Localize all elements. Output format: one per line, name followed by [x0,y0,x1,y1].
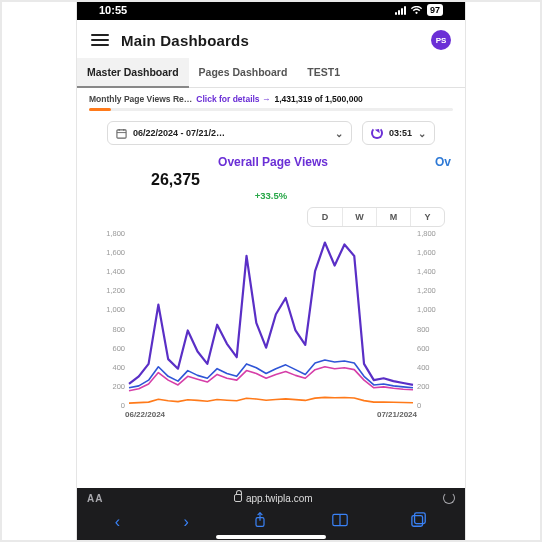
svg-text:200: 200 [417,382,430,391]
line-chart: 002002004004006006008008001,0001,0001,20… [91,229,451,419]
svg-text:1,200: 1,200 [106,286,125,295]
date-range-picker[interactable]: 06/22/2024 - 07/21/2… ⌄ [107,121,352,145]
svg-text:200: 200 [112,382,125,391]
period-day[interactable]: D [308,208,342,226]
home-indicator[interactable] [216,535,326,539]
nav-back-button[interactable]: ‹ [115,514,120,530]
svg-text:400: 400 [417,363,430,372]
refresh-control[interactable]: 03:51 ⌄ [362,121,435,145]
svg-text:1,200: 1,200 [417,286,436,295]
svg-text:1,600: 1,600 [106,248,125,257]
lock-icon [234,494,242,502]
svg-text:1,400: 1,400 [417,267,436,276]
svg-text:600: 600 [112,344,125,353]
quota-row[interactable]: Monthly Page Views Re… Click for details… [77,88,465,108]
tab-test1[interactable]: TEST1 [297,58,350,87]
battery-icon: 97 [427,4,443,16]
calendar-icon [116,128,127,139]
svg-text:800: 800 [417,325,430,334]
tab-pages-dashboard[interactable]: Pages Dashboard [189,58,298,87]
quota-progress [89,108,453,111]
svg-text:1,800: 1,800 [106,229,125,238]
chevron-down-icon: ⌄ [418,128,426,139]
url-domain: app.twipla.com [246,493,313,504]
svg-text:0: 0 [121,401,125,410]
svg-text:1,600: 1,600 [417,248,436,257]
refresh-time: 03:51 [389,128,412,138]
svg-text:1,000: 1,000 [106,305,125,314]
ios-status-bar: 10:55 97 [77,0,465,20]
svg-text:800: 800 [112,325,125,334]
svg-rect-0 [117,129,126,137]
text-size-button[interactable]: AA [87,493,103,504]
menu-icon[interactable] [91,31,109,49]
delta-value: +33.5% [91,190,451,201]
period-week[interactable]: W [342,208,376,226]
tab-master-dashboard[interactable]: Master Dashboard [77,58,189,88]
chart-title: Overall Page Views [121,155,425,169]
refresh-icon [371,127,383,139]
svg-text:0: 0 [417,401,421,410]
period-year[interactable]: Y [410,208,444,226]
quota-value: 1,431,319 of 1,500,000 [274,94,362,104]
tabs-button[interactable] [411,512,427,531]
svg-text:1,000: 1,000 [417,305,436,314]
next-card-peek[interactable]: Ov [435,155,451,169]
svg-text:1,400: 1,400 [106,267,125,276]
svg-text:1,800: 1,800 [417,229,436,238]
svg-rect-28 [415,513,426,524]
safari-chrome: AA app.twipla.com ‹ › [77,488,465,542]
chevron-down-icon: ⌄ [335,128,343,139]
svg-rect-29 [412,516,423,527]
status-time: 10:55 [99,4,127,16]
cellular-icon [395,6,406,15]
avatar[interactable]: PS [431,30,451,50]
nav-forward-button[interactable]: › [184,514,189,530]
quota-link[interactable]: Click for details → [196,94,270,104]
svg-text:600: 600 [417,344,430,353]
x-axis-end: 07/21/2024 [377,410,417,419]
dashboard-tabs: Master Dashboard Pages Dashboard TEST1 [77,58,465,88]
total-value: 26,375 [151,171,451,189]
x-axis-start: 06/22/2024 [125,410,165,419]
reload-icon[interactable] [443,492,455,504]
quota-label: Monthly Page Views Re… [89,94,192,104]
page-views-card: Overall Page Views Ov 26,375 +33.5% D W … [91,155,451,488]
share-button[interactable] [252,512,268,531]
wifi-icon [410,6,423,15]
page-title: Main Dashboards [121,32,419,49]
bookmarks-button[interactable] [332,513,348,530]
date-range-text: 06/22/2024 - 07/21/2… [133,128,225,138]
period-switcher: D W M Y [307,207,445,227]
period-month[interactable]: M [376,208,410,226]
address-bar[interactable]: app.twipla.com [234,493,313,504]
svg-text:400: 400 [112,363,125,372]
